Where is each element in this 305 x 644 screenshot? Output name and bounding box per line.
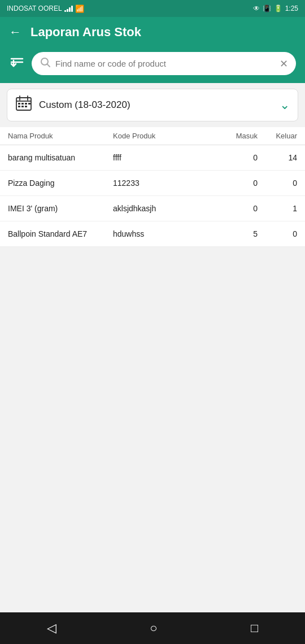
page-title: Laporan Arus Stok <box>30 25 141 40</box>
svg-rect-15 <box>18 106 20 107</box>
cell-masuk: 0 <box>218 204 258 213</box>
battery-icon: 🔋 <box>274 5 282 12</box>
col-header-masuk: Masuk <box>218 132 258 140</box>
clear-icon[interactable]: ✕ <box>280 58 288 70</box>
chevron-down-icon: ⌄ <box>280 98 290 112</box>
svg-rect-17 <box>25 106 27 107</box>
cell-keluar: 0 <box>258 229 297 238</box>
nav-home-icon[interactable]: ○ <box>150 621 157 636</box>
svg-rect-16 <box>21 106 24 107</box>
table-row: Ballpoin Standard AE7 hduwhss 5 0 <box>0 221 305 247</box>
svg-rect-12 <box>21 103 24 105</box>
cell-kode: ffff <box>113 153 218 162</box>
svg-line-6 <box>47 64 50 67</box>
nav-back-icon[interactable]: ◁ <box>47 621 56 636</box>
nav-bar: ◁ ○ □ <box>0 612 305 644</box>
col-header-keluar: Keluar <box>258 132 297 140</box>
table-header-row: Nama Produk Kode Produk Masuk Keluar <box>0 127 305 145</box>
search-icon <box>40 56 51 71</box>
svg-rect-13 <box>25 103 27 105</box>
signal-icon <box>64 5 73 12</box>
search-input[interactable] <box>55 59 275 68</box>
table-row: Pizza Daging 112233 0 0 <box>0 171 305 196</box>
status-bar: INDOSAT OOREL 📶 👁 📳 🔋 1:25 <box>0 0 305 17</box>
carrier-text: INDOSAT OOREL <box>7 5 62 12</box>
cell-kode: hduwhss <box>113 229 218 238</box>
search-area: ✕ <box>0 47 305 83</box>
col-header-nama: Nama Produk <box>8 132 113 140</box>
cell-nama: Pizza Daging <box>8 179 113 188</box>
sort-icon[interactable] <box>9 54 25 73</box>
cell-masuk: 0 <box>218 179 258 188</box>
svg-rect-11 <box>18 103 20 105</box>
cell-keluar: 1 <box>258 204 297 213</box>
stock-table: Nama Produk Kode Produk Masuk Keluar bar… <box>0 127 305 247</box>
cell-keluar: 0 <box>258 179 297 188</box>
back-button[interactable]: ← <box>9 25 21 40</box>
cell-kode: 112233 <box>113 179 218 188</box>
wifi-icon: 📶 <box>75 5 84 13</box>
status-right: 👁 📳 🔋 1:25 <box>253 5 298 12</box>
vibrate-icon: 📳 <box>263 5 271 12</box>
app-header: ← Laporan Arus Stok <box>0 17 305 47</box>
date-text: Custom (18-03-2020) <box>39 99 280 111</box>
status-left: INDOSAT OOREL 📶 <box>7 5 84 13</box>
cell-keluar: 14 <box>258 153 297 162</box>
table-body: barang multisatuan ffff 0 14 Pizza Dagin… <box>0 145 305 247</box>
cell-nama: IMEI 3' (gram) <box>8 204 113 213</box>
table-row: IMEI 3' (gram) aklsjdhkasjh 0 1 <box>0 196 305 221</box>
cell-masuk: 0 <box>218 153 258 162</box>
cell-nama: Ballpoin Standard AE7 <box>8 229 113 238</box>
col-header-kode: Kode Produk <box>113 132 218 140</box>
time-text: 1:25 <box>285 5 298 12</box>
search-bar: ✕ <box>32 52 296 75</box>
table-row: barang multisatuan ffff 0 14 <box>0 145 305 171</box>
nav-recents-icon[interactable]: □ <box>251 621 258 636</box>
date-selector[interactable]: Custom (18-03-2020) ⌄ <box>7 89 298 121</box>
eye-icon: 👁 <box>253 5 260 12</box>
content-area <box>0 247 305 644</box>
svg-rect-14 <box>28 103 30 105</box>
cell-masuk: 5 <box>218 229 258 238</box>
cell-nama: barang multisatuan <box>8 153 113 162</box>
calendar-icon <box>15 95 32 115</box>
cell-kode: aklsjdhkasjh <box>113 204 218 213</box>
